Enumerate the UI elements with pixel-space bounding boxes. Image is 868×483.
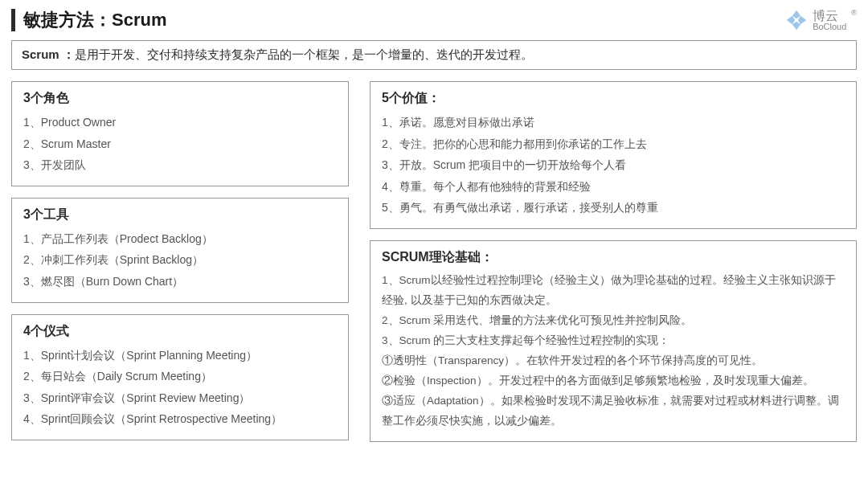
ceremonies-item: 4、Sprint回顾会议（Sprint Retrospective Meetin… xyxy=(23,408,337,430)
bocloud-logo-icon xyxy=(785,9,808,31)
theory-item: ②检验（Inspection）。开发过程中的各方面做到足够频繁地检验，及时发现重… xyxy=(382,371,845,391)
theory-item: ①透明性（Transparency）。在软件开发过程的各个环节保持高度的可见性。 xyxy=(382,351,845,371)
definition-box: Scrum ：是用于开发、交付和持续支持复杂产品的一个框架，是一个增量的、迭代的… xyxy=(11,40,857,70)
ceremonies-item: 2、每日站会（Daily Scrum Meeting） xyxy=(23,366,337,387)
section-values: 5个价值： 1、承诺。愿意对目标做出承诺 2、专注。把你的心思和能力都用到你承诺… xyxy=(370,81,857,229)
tools-item: 2、冲刺工作列表（Sprint Backlog） xyxy=(23,249,337,271)
ceremonies-title: 4个仪式 xyxy=(23,323,337,340)
theory-item: 1、Scrum以经验性过程控制理论（经验主义）做为理论基础的过程。经验主义主张知… xyxy=(382,271,845,311)
section-roles: 3个角色 1、Product Owner 2、Scrum Master 3、开发… xyxy=(11,81,349,186)
tools-item: 3、燃尽图（Burn Down Chart） xyxy=(23,271,337,293)
tools-item: 1、产品工作列表（Prodect Backlog） xyxy=(23,228,337,250)
theory-item: 2、Scrum 采用迭代、增量的方法来优化可预见性并控制风险。 xyxy=(382,311,845,331)
logo: 博云 BoCloud ® xyxy=(785,9,857,31)
logo-text-en: BoCloud xyxy=(813,23,846,31)
logo-registered-mark: ® xyxy=(851,9,857,17)
logo-text-cn: 博云 xyxy=(813,10,846,23)
values-item: 3、开放。Scrum 把项目中的一切开放给每个人看 xyxy=(382,154,845,176)
section-tools: 3个工具 1、产品工作列表（Prodect Backlog） 2、冲刺工作列表（… xyxy=(11,198,349,303)
roles-item: 1、Product Owner xyxy=(23,112,337,133)
section-ceremonies: 4个仪式 1、Sprint计划会议（Sprint Planning Meetin… xyxy=(11,314,349,440)
values-title: 5个价值： xyxy=(382,90,845,107)
ceremonies-item: 1、Sprint计划会议（Sprint Planning Meeting） xyxy=(23,345,337,366)
values-item: 4、尊重。每个人都有他独特的背景和经验 xyxy=(382,176,845,198)
title-wrap: 敏捷方法：Scrum xyxy=(11,8,166,32)
definition-label: Scrum ： xyxy=(22,47,75,61)
page-title: 敏捷方法：Scrum xyxy=(23,8,166,32)
theory-title: SCRUM理论基础： xyxy=(382,249,845,266)
section-theory: SCRUM理论基础： 1、Scrum以经验性过程控制理论（经验主义）做为理论基础… xyxy=(370,240,857,442)
ceremonies-item: 3、Sprint评审会议（Sprint Review Meeting） xyxy=(23,387,337,409)
values-item: 1、承诺。愿意对目标做出承诺 xyxy=(382,112,845,133)
header: 敏捷方法：Scrum 博云 BoCloud ® xyxy=(11,8,857,32)
theory-item: ③适应（Adaptation）。如果检验时发现不满足验收标准，就需要对过程或材料… xyxy=(382,391,845,432)
column-left: 3个角色 1、Product Owner 2、Scrum Master 3、开发… xyxy=(11,81,349,442)
definition-text: 是用于开发、交付和持续支持复杂产品的一个框架，是一个增量的、迭代的开发过程。 xyxy=(75,47,533,61)
roles-item: 2、Scrum Master xyxy=(23,133,337,155)
values-item: 5、勇气。有勇气做出承诺，履行承诺，接受别人的尊重 xyxy=(382,197,845,219)
tools-title: 3个工具 xyxy=(23,207,337,223)
column-right: 5个价值： 1、承诺。愿意对目标做出承诺 2、专注。把你的心思和能力都用到你承诺… xyxy=(370,81,857,442)
roles-item: 3、开发团队 xyxy=(23,154,337,176)
theory-item: 3、Scrum 的三大支柱支撑起每个经验性过程控制的实现： xyxy=(382,331,845,351)
columns: 3个角色 1、Product Owner 2、Scrum Master 3、开发… xyxy=(11,81,857,442)
values-item: 2、专注。把你的心思和能力都用到你承诺的工作上去 xyxy=(382,133,845,155)
roles-title: 3个角色 xyxy=(23,90,337,107)
title-bar-accent xyxy=(11,9,15,31)
